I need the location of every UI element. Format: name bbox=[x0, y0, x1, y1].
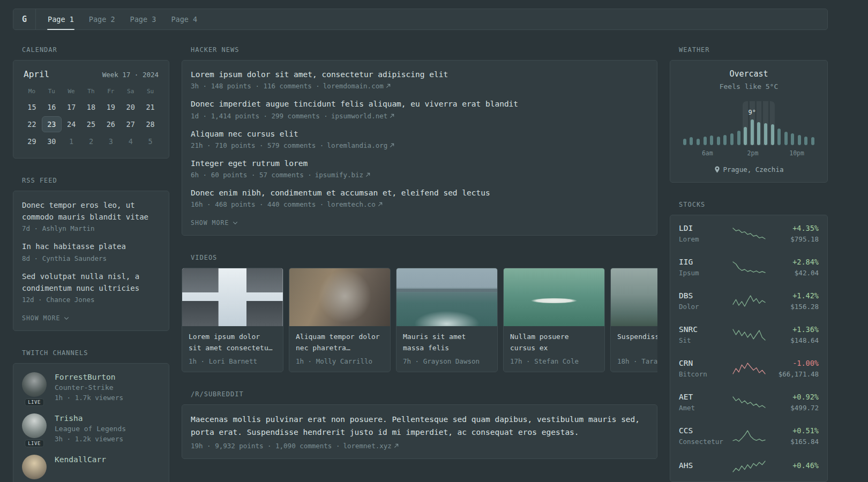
stock-sparkline-wrap bbox=[730, 362, 767, 375]
stock-name: Bitcorn bbox=[679, 370, 730, 378]
stock-sparkline bbox=[732, 295, 766, 307]
weather-bar-column bbox=[770, 101, 775, 145]
hackernews-item-title[interactable]: Aliquam nec cursus elit bbox=[191, 129, 648, 139]
stock-id: AHS bbox=[679, 461, 730, 472]
hackernews-item-stats: 21h · 710 points · 579 comments · bbox=[191, 141, 324, 149]
subreddit-post-title[interactable]: Maecenas mollis pulvinar erat non posuer… bbox=[191, 413, 648, 438]
external-link-icon bbox=[394, 443, 399, 448]
weather-bar-column bbox=[736, 101, 742, 145]
avatar bbox=[22, 413, 47, 438]
calendar-day: 25 bbox=[81, 116, 101, 132]
weather-bar-column bbox=[689, 101, 694, 145]
weather-bar-column: 9° bbox=[750, 101, 755, 145]
external-link-icon bbox=[386, 84, 391, 88]
stock-price: $148.64 bbox=[767, 336, 819, 344]
video-meta: 18h · Tara bbox=[617, 357, 657, 365]
hackernews-widget: HACKER NEWS Lorem ipsum dolor sit amet, … bbox=[182, 46, 657, 236]
external-link-icon bbox=[390, 114, 394, 118]
hackernews-item-source-link[interactable]: ipsumify.biz bbox=[315, 171, 370, 179]
stock-sparkline bbox=[732, 261, 766, 274]
video-card[interactable]: Aliquam tempor dolor nec pharetra… 1h · … bbox=[289, 268, 391, 372]
calendar-day: 28 bbox=[140, 116, 160, 132]
twitch-channel-row[interactable]: LIVE ForrestBurton Counter-Strike 1h · 1… bbox=[22, 372, 160, 402]
stock-row[interactable]: LDI Lorem +4.35% $795.18 bbox=[679, 224, 819, 243]
subreddit-post-source-link[interactable]: loremnet.xyz bbox=[343, 442, 398, 450]
hackernews-item-source: loremdomain.com bbox=[323, 82, 384, 90]
stock-price: $42.04 bbox=[767, 269, 819, 277]
twitch-channel-name[interactable]: ForrestBurton bbox=[55, 373, 123, 381]
weekday-label: Mo bbox=[22, 88, 42, 95]
stock-row[interactable]: AET Amet +0.92% $499.72 bbox=[679, 393, 819, 412]
weather-bar bbox=[697, 139, 700, 145]
tab-page-1[interactable]: Page 1 bbox=[40, 9, 81, 29]
calendar-day: 1 bbox=[62, 133, 81, 149]
rss-show-more-button[interactable]: SHOW MORE bbox=[22, 314, 69, 322]
hackernews-item-title[interactable]: Donec enim nibh, condimentum et accumsan… bbox=[191, 187, 648, 198]
stock-values: +0.51% $165.84 bbox=[767, 426, 819, 446]
left-column: CALENDAR April Week 17 · 2024 Mo Tu We T… bbox=[13, 46, 169, 482]
stock-row[interactable]: IIG Ipsum +2.84% $42.04 bbox=[679, 258, 819, 277]
tab-page-2[interactable]: Page 2 bbox=[81, 9, 123, 29]
hackernews-item: Aliquam nec cursus elit 21h · 710 points… bbox=[191, 129, 648, 149]
stock-name: Sit bbox=[679, 336, 730, 344]
weather-time-label: 6am bbox=[702, 149, 713, 157]
video-card[interactable]: Suspendisse diam 18h · Tara bbox=[610, 268, 657, 372]
calendar-week-label: Week 17 · 2024 bbox=[102, 71, 159, 79]
calendar-header: April Week 17 · 2024 bbox=[22, 69, 160, 79]
hackernews-item-title[interactable]: Integer eget rutrum lorem bbox=[191, 158, 648, 169]
twitch-channel-row[interactable]: LIVE Trisha League of Legends 3h · 1.2k … bbox=[22, 413, 160, 443]
tab-page-4[interactable]: Page 4 bbox=[163, 9, 205, 29]
weather-time-label: 10pm bbox=[789, 149, 804, 157]
hackernews-item-title[interactable]: Lorem ipsum dolor sit amet, consectetur … bbox=[191, 69, 648, 80]
hackernews-item-source-link[interactable]: loremdomain.com bbox=[323, 82, 391, 90]
stock-name: Dolor bbox=[679, 303, 730, 311]
twitch-channel-name[interactable]: KendallCarr bbox=[55, 455, 106, 464]
stock-row[interactable]: SNRC Sit +1.36% $148.64 bbox=[679, 325, 819, 344]
hackernews-item-title[interactable]: Donec imperdiet augue tincidunt felis al… bbox=[191, 99, 648, 109]
twitch-channel-name[interactable]: Trisha bbox=[55, 414, 126, 423]
rss-item: Donec tempor eros leo, ut commodo mauris… bbox=[22, 200, 160, 232]
hackernews-item-meta: 6h · 60 points · 57 comments · ipsumify.… bbox=[191, 171, 648, 179]
weather-bar-column bbox=[763, 101, 768, 145]
stock-row[interactable]: CCS Consectetur +0.51% $165.84 bbox=[679, 426, 819, 446]
subreddit-widget: /R/SUBREDDIT Maecenas mollis pulvinar er… bbox=[182, 390, 657, 458]
app-logo[interactable]: G bbox=[22, 14, 35, 24]
hackernews-item-source: loremlandia.org bbox=[327, 141, 387, 149]
stock-sparkline-wrap bbox=[730, 261, 767, 274]
hackernews-item-stats: 1d · 1,414 points · 299 comments · bbox=[191, 112, 328, 120]
hackernews-item: Lorem ipsum dolor sit amet, consectetur … bbox=[191, 69, 648, 90]
tab-page-3[interactable]: Page 3 bbox=[123, 9, 164, 29]
stock-row[interactable]: DBS Dolor +1.42% $156.28 bbox=[679, 291, 819, 311]
video-card[interactable]: Mauris sit amet massa felis 7h · Grayson… bbox=[396, 268, 498, 372]
stock-price: $156.28 bbox=[767, 303, 819, 311]
stock-sparkline bbox=[732, 227, 766, 240]
video-card[interactable]: Nullam posuere cursus ex 17h · Stefan Co… bbox=[503, 268, 605, 372]
video-body: Nullam posuere cursus ex 17h · Stefan Co… bbox=[504, 326, 604, 372]
video-meta: 1h · Molly Carrillo bbox=[296, 357, 384, 365]
hackernews-item-source-link[interactable]: ipsumworld.net bbox=[331, 112, 394, 120]
hackernews-item-meta: 16h · 468 points · 440 comments · loremt… bbox=[191, 200, 648, 208]
weather-bar-column bbox=[682, 101, 687, 145]
stock-row[interactable]: AHS +0.46% bbox=[679, 460, 819, 473]
rss-section-title: RSS FEED bbox=[22, 177, 169, 184]
rss-item-title[interactable]: Donec tempor eros leo, ut commodo mauris… bbox=[22, 200, 160, 223]
weather-bar bbox=[723, 135, 727, 145]
weather-bar bbox=[777, 129, 781, 145]
stock-values: +0.46% bbox=[767, 461, 819, 472]
stock-price: $499.72 bbox=[767, 404, 819, 412]
rss-item-title[interactable]: Sed volutpat nulla nisl, a condimentum n… bbox=[22, 271, 160, 294]
stock-row[interactable]: CRN Bitcorn -1.00% $66,171.48 bbox=[679, 359, 819, 378]
twitch-channel-row[interactable]: LIVE KendallCarr bbox=[22, 455, 160, 482]
rss-item-title[interactable]: In hac habitasse platea bbox=[22, 241, 160, 253]
weather-temp-label: 9° bbox=[749, 109, 756, 116]
calendar-day: 20 bbox=[121, 99, 140, 115]
hackernews-item-source-link[interactable]: loremlandia.org bbox=[327, 141, 394, 149]
hackernews-show-more-button[interactable]: SHOW MORE bbox=[191, 219, 238, 227]
hackernews-item-meta: 3h · 148 points · 116 comments · loremdo… bbox=[191, 82, 648, 90]
stocks-section-title: STOCKS bbox=[679, 201, 828, 208]
video-card[interactable]: Lorem ipsum dolor sit amet consectetu… 1… bbox=[182, 268, 283, 372]
weather-bar bbox=[784, 132, 788, 145]
hackernews-item-source-link[interactable]: loremtech.co bbox=[327, 200, 382, 208]
twitch-channel-info: Trisha League of Legends 3h · 1.2k viewe… bbox=[55, 413, 126, 443]
stock-price: $66,171.48 bbox=[767, 370, 819, 378]
